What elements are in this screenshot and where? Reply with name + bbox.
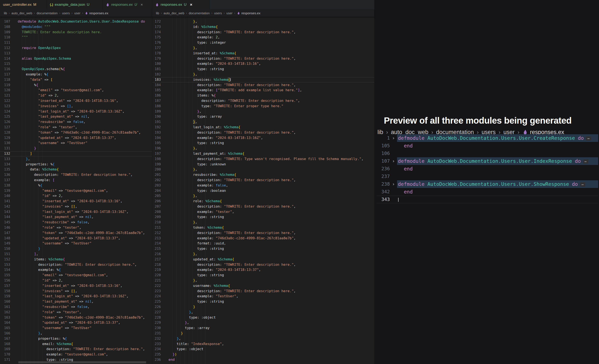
fold-gutter (390, 142, 397, 150)
line-number: 225 (152, 299, 161, 304)
line-number: 210 (152, 220, 161, 225)
line-number: 189 (152, 109, 161, 114)
line-number: 187 (152, 98, 161, 104)
line-number: 224 (152, 294, 161, 299)
preview-code-line-1: 1›defmodule AutoDocWeb.Documentation.Use… (377, 134, 598, 142)
preview-code-line-237: 237 (377, 173, 598, 180)
elixir-file-icon (85, 11, 88, 15)
line-number: 137 (0, 178, 10, 183)
line-number: 155 (0, 273, 10, 278)
breadcrumb-item[interactable]: documentation (37, 11, 58, 15)
line-number: 109 (0, 30, 10, 35)
json-file-icon: {..} (50, 3, 53, 6)
breadcrumb-item[interactable]: users (214, 11, 222, 15)
breadcrumb-item[interactable]: auto_doc_web (164, 11, 185, 15)
chevron-right-icon: › (59, 11, 60, 15)
breadcrumb-item[interactable]: user (74, 11, 80, 15)
line-number: 163 (0, 315, 10, 320)
line-number: 206 (152, 199, 161, 204)
line-number: 220 (152, 273, 161, 278)
line-number: 132 (0, 151, 10, 156)
line-number: 195 (152, 141, 161, 146)
line-number: 159 (0, 294, 10, 299)
line-number: 188 (152, 104, 161, 109)
line-number: 144 (0, 214, 10, 220)
line-number: 223 (152, 289, 161, 294)
fold-gutter (390, 188, 397, 196)
line-number: 149 (0, 241, 10, 246)
breadcrumb-item[interactable]: user (226, 11, 232, 15)
breadcrumb-item[interactable]: lib (156, 11, 159, 15)
line-number: 213 (152, 236, 161, 241)
line-number: 122 (0, 98, 10, 104)
line-number: 121 (0, 93, 10, 98)
line-number: 166 (0, 331, 10, 336)
line-number: 203 (152, 183, 161, 188)
line-number: 116 (0, 66, 10, 72)
line-number: 232 (152, 336, 161, 341)
line-number: 175 (152, 35, 161, 40)
tab-responses[interactable]: responses.exU× (152, 0, 210, 9)
line-number: 138 (0, 183, 10, 188)
breadcrumb-item[interactable]: lib (4, 11, 7, 15)
line-number: 152 (0, 257, 10, 262)
line-number: 125 (0, 114, 10, 119)
tab-responses-preview[interactable]: responses.exU× (103, 0, 152, 9)
line-number: 162 (0, 310, 10, 315)
line-number: 167 (0, 336, 10, 341)
preview-code-line-105: 105 end (377, 142, 598, 150)
tab-user-controller[interactable]: user_controller.exM (0, 0, 47, 9)
line-number: 168 (0, 341, 10, 347)
git-status-badge: M (33, 3, 36, 7)
line-number: 230 (152, 325, 161, 331)
line-number: 164 (0, 320, 10, 325)
close-icon[interactable]: × (139, 2, 144, 7)
line-number: 221 (152, 278, 161, 283)
breadcrumb-file[interactable]: responses.ex (237, 11, 260, 15)
line-number: 111 (0, 40, 10, 45)
line-number: 114 (0, 56, 10, 61)
editor-group-1-tabs: user_controller.exM{..}example_data.json… (0, 0, 152, 9)
breadcrumb-item[interactable]: documentation (189, 11, 210, 15)
line-number: 197 (152, 151, 161, 156)
line-number: 205 (152, 193, 161, 199)
line-number: 176 (152, 40, 161, 45)
line-number: 198 (152, 156, 161, 162)
line-number: 107 (0, 19, 10, 24)
breadcrumb-left: lib›auto_doc_web›documentation›users›use… (0, 9, 152, 17)
line-number: 218 (152, 262, 161, 267)
preview-title: Preview of all three modules being gener… (384, 115, 572, 126)
fold-chevron-icon: › (390, 134, 397, 142)
line-number: 180 (152, 61, 161, 66)
chevron-right-icon: › (71, 11, 73, 15)
close-icon[interactable]: × (188, 2, 194, 7)
line-number: 178 (152, 51, 161, 56)
line-number: 234 (152, 346, 161, 352)
line-number: 231 (152, 331, 161, 336)
preview-code-line-343: 343 (377, 196, 598, 203)
line-number: 118 (0, 77, 10, 82)
line-number: 108 (0, 24, 10, 30)
line-number: 135 (0, 167, 10, 172)
fold-chevron-icon: › (390, 180, 397, 188)
chevron-right-icon: › (9, 11, 10, 15)
breadcrumb-item[interactable]: auto_doc_web (11, 11, 32, 15)
line-number: 160 (0, 299, 10, 304)
line-number: 229 (152, 320, 161, 325)
line-number: 126 (0, 119, 10, 125)
line-number: 196 (152, 146, 161, 151)
tab-example-data[interactable]: {..}example_data.jsonU (47, 0, 103, 9)
horizontal-scrollbar-thumb[interactable] (18, 361, 146, 363)
line-number: 117 (0, 72, 10, 77)
line-number: 186 (152, 93, 161, 98)
line-number: 142 (0, 204, 10, 209)
tab-label: example_data.json (55, 3, 85, 7)
line-number: 131 (0, 146, 10, 151)
preview-code-line-106: 106 (377, 150, 598, 157)
git-status-badge: U (87, 3, 89, 7)
line-number: 192 (152, 125, 161, 130)
breadcrumb-file[interactable]: responses.ex (85, 11, 108, 15)
line-number: 212 (152, 230, 161, 236)
line-number: 128 (0, 130, 10, 135)
breadcrumb-item[interactable]: users (62, 11, 70, 15)
